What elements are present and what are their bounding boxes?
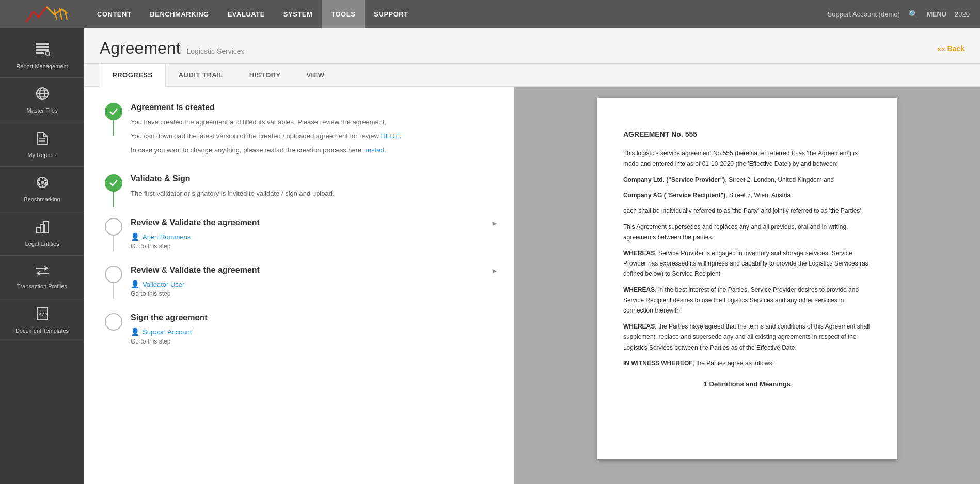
send-icon-3[interactable]: ► <box>491 218 498 227</box>
svg-text:</>: </> <box>39 311 48 317</box>
step-content-1: Agreement is created You have created th… <box>131 103 498 174</box>
nav-content[interactable]: CONTENT <box>88 0 140 28</box>
doc-whereas1-bold: WHEREAS <box>623 249 655 257</box>
step-header-row-3: Review & Validate the agreement ► <box>131 218 498 232</box>
svg-line-8 <box>49 55 50 56</box>
step-sign: Sign the agreement 👤 Support Account Go … <box>105 313 498 361</box>
content-area: Agreement Logicstic Services «« Back PRO… <box>84 28 980 484</box>
doc-witness-bold: IN WITNESS WHEREOF <box>623 360 693 367</box>
step-created: Agreement is created You have created th… <box>105 103 498 174</box>
step-indicator-3 <box>105 218 122 251</box>
logo <box>23 4 70 25</box>
page-title: Agreement <box>100 39 181 58</box>
user-icon-4: 👤 <box>131 280 139 288</box>
go-to-step-3[interactable]: Go to this step <box>131 243 498 250</box>
nav-system[interactable]: SYSTEM <box>274 0 322 28</box>
tab-history[interactable]: HISTORY <box>236 64 294 86</box>
search-icon[interactable]: 🔍 <box>908 9 919 19</box>
document-templates-icon: </> <box>35 306 50 324</box>
sidebar-item-master-files[interactable]: Master Files <box>0 78 84 122</box>
sidebar-item-my-reports[interactable]: My Reports <box>0 122 84 167</box>
step-username-3: Arjen Rommens <box>143 233 191 241</box>
step-indicator-1 <box>105 103 122 136</box>
page-title-area: Agreement Logicstic Services <box>100 39 245 58</box>
benchmarking-icon <box>35 175 50 193</box>
step-indicator-4 <box>105 266 122 299</box>
report-management-icon <box>35 42 50 60</box>
doc-whereas1: WHEREAS, Service Provider is engaged in … <box>623 248 871 279</box>
sidebar-label-report-management: Report Management <box>16 63 68 69</box>
step-desc-1b-text: You can download the latest version of t… <box>131 132 379 140</box>
svg-point-22 <box>38 179 40 181</box>
nav-benchmarking[interactable]: BENCHMARKING <box>140 0 218 28</box>
step-user-4: 👤 Validator User <box>131 280 498 288</box>
step-user-5: 👤 Support Account <box>131 327 498 336</box>
step-desc-2: The first validator or signatory is invi… <box>131 189 498 199</box>
step-header-row-4: Review & Validate the agreement ► <box>131 266 498 280</box>
svg-point-17 <box>41 181 44 184</box>
doc-witness: IN WITNESS WHEREOF, the Parties agree as… <box>623 358 871 368</box>
step-content-5: Sign the agreement 👤 Support Account Go … <box>131 313 498 361</box>
user-icon-5: 👤 <box>131 327 139 336</box>
step-username-5: Support Account <box>143 328 192 336</box>
tabs-bar: PROGRESS AUDIT TRAIL HISTORY VIEW <box>84 64 980 87</box>
sidebar-item-benchmarking[interactable]: Benchmarking <box>0 167 84 211</box>
go-to-step-4[interactable]: Go to this step <box>131 290 498 298</box>
tab-view[interactable]: VIEW <box>293 64 337 86</box>
sidebar-item-report-management[interactable]: Report Management <box>0 34 84 78</box>
step-line-3 <box>113 236 114 251</box>
back-label: Back <box>947 44 965 53</box>
menu-label[interactable]: MENU <box>927 10 946 18</box>
tab-audit-trail[interactable]: AUDIT TRAIL <box>166 64 236 86</box>
step-title-1: Agreement is created <box>131 103 498 112</box>
nav-links: CONTENT BENCHMARKING EVALUATE SYSTEM TOO… <box>88 0 828 28</box>
back-button[interactable]: «« Back <box>937 44 965 53</box>
go-to-step-5[interactable]: Go to this step <box>131 338 498 345</box>
svg-rect-3 <box>36 43 49 45</box>
svg-point-7 <box>45 51 50 55</box>
year-label: 2020 <box>955 10 970 18</box>
nav-tools[interactable]: TOOLS <box>322 0 365 28</box>
doc-whereas3: WHEREAS, the Parties have agreed that th… <box>623 321 871 353</box>
step-title-5: Sign the agreement <box>131 313 498 322</box>
step-title-4: Review & Validate the agreement <box>131 266 260 275</box>
step-desc-1c: In case you want to change anything, ple… <box>131 145 498 156</box>
doc-title: AGREEMENT No. 555 <box>623 129 871 141</box>
send-icon-4[interactable]: ► <box>491 266 498 275</box>
sidebar-item-transaction-profiles[interactable]: Transaction Profiles <box>0 256 84 298</box>
step-circle-3 <box>105 218 122 236</box>
doc-party1: Company Ltd. ("Service Provider"), Stree… <box>623 175 871 185</box>
step-desc-1b: You can download the latest version of t… <box>131 131 498 142</box>
sidebar-label-benchmarking: Benchmarking <box>24 196 60 202</box>
step-review1: Review & Validate the agreement ► 👤 Arje… <box>105 218 498 266</box>
doc-section1: 1 Definitions and Meanings <box>623 379 871 390</box>
sidebar-label-master-files: Master Files <box>27 107 58 114</box>
main-layout: Report Management Master Files <box>0 28 980 484</box>
step-restart-link[interactable]: restart. <box>366 146 386 154</box>
sidebar-item-legal-entities[interactable]: Legal Entities <box>0 211 84 256</box>
svg-rect-6 <box>36 52 44 54</box>
svg-rect-4 <box>36 46 49 48</box>
doc-party2: Company AG ("Service Recipient"), Street… <box>623 190 871 200</box>
back-chevrons: «« <box>937 44 945 53</box>
doc-whereas3-bold: WHEREAS <box>623 323 655 330</box>
tab-progress[interactable]: PROGRESS <box>100 64 166 87</box>
legal-entities-icon <box>35 220 50 238</box>
step-content-4: Review & Validate the agreement ► 👤 Vali… <box>131 266 498 313</box>
step-here-link[interactable]: HERE. <box>381 132 401 140</box>
nav-evaluate[interactable]: EVALUATE <box>218 0 274 28</box>
doc-para2: This Agreement supersedes and replaces a… <box>623 222 871 243</box>
step-validate-sign: Validate & Sign The first validator or s… <box>105 174 498 218</box>
sidebar-label-legal-entities: Legal Entities <box>25 241 59 247</box>
doc-para1: each shall be individually referred to a… <box>623 206 871 216</box>
nav-support[interactable]: SUPPORT <box>365 0 417 28</box>
doc-intro: This logistics service agreement No.555 … <box>623 148 871 169</box>
document-panel: AGREEMENT No. 555 This logistics service… <box>514 87 980 484</box>
step-line-4 <box>113 283 114 299</box>
doc-party1-rest: , Street 2, London, United Kingdom and <box>725 176 834 183</box>
step-review2: Review & Validate the agreement ► 👤 Vali… <box>105 266 498 313</box>
master-files-icon <box>35 86 50 104</box>
user-icon-3: 👤 <box>131 232 139 241</box>
sidebar-item-document-templates[interactable]: </> Document Templates <box>0 298 84 342</box>
sidebar-label-document-templates: Document Templates <box>15 327 69 334</box>
